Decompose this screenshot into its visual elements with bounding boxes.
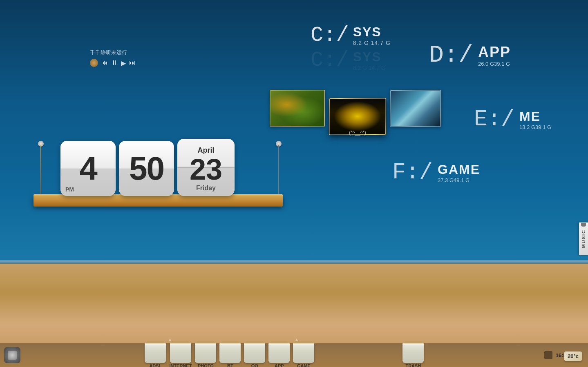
music-next-next-button[interactable]: ⏭ [129,59,136,67]
drive-c-name: SYS [353,24,391,40]
photos-container: (*^__^*) [270,90,441,127]
photo-thumb-1[interactable] [270,90,325,127]
pin-left [37,141,45,198]
photo-label: (*^__^*) [349,130,366,136]
apple-icon [8,351,17,360]
music-album-icon [90,59,98,67]
taskbar: ADSL INTERNET PHOTO BT QQ APP GAME [0,343,588,367]
dock-icon-photo [195,342,216,363]
dock-label-qq: QQ [251,363,258,367]
music-play-button[interactable]: ▶ [121,59,126,67]
wall-background [0,0,588,265]
drive-d-info: APP 26.0 G39.1 G [478,44,511,67]
dock-icon-bt [219,342,241,363]
clock-hour-block: 4 PM [60,141,116,196]
drive-c-icon: C:/ [311,25,349,46]
photo-3-image [391,91,440,126]
dock-item-bt[interactable]: BT [219,342,241,367]
music-title: 千千静听未运行 [90,49,136,56]
dock-item-photo[interactable]: PHOTO [195,342,216,367]
dock-icons: ADSL INTERNET PHOTO BT QQ APP GAME [25,342,544,367]
music-tab-notch [581,223,586,227]
drive-c-container[interactable]: C:/ SYS 8.2 G 14.7 G [311,24,391,46]
clock-period: PM [65,186,74,193]
calendar-day: 23 [190,155,222,184]
dock-icon-trash [402,342,424,363]
photo-thumb-2[interactable] [329,98,386,135]
pin-right [275,141,283,198]
photo-thumb-2-wrapper: (*^__^*) [329,98,386,127]
dock-arrow-right: ▲ [294,337,299,343]
wall-floor-divider [0,260,588,264]
drive-f-name: GAME [438,162,480,177]
music-tab[interactable]: MUSIC [579,222,588,255]
dock-item-internet[interactable]: INTERNET [169,342,192,367]
drive-f-container[interactable]: F:/ GAME 37.3 G49.1 G [392,161,480,184]
music-player: 千千静听未运行 ⏮ ⏸ ▶ ⏭ [90,49,136,67]
dock-label-app: APP [275,363,284,367]
dock-icon-game [293,342,314,363]
dock-item-app[interactable]: APP [268,342,290,367]
dock-label-photo: PHOTO [198,363,214,367]
dock-item-qq[interactable]: QQ [244,342,265,367]
drive-f-info: GAME 37.3 G49.1 G [438,162,480,183]
temperature-value: 20°c [568,353,579,359]
dock-label-game: GAME [297,363,311,367]
dock-item-game[interactable]: GAME [293,342,314,367]
apple-menu-button[interactable] [4,347,20,363]
dock-item-adsl[interactable]: ADSL [145,342,166,367]
drive-d-name: APP [478,44,511,61]
dock-label-adsl: ADSL [149,363,161,367]
dock-label-internet: INTERNET [169,363,192,367]
photo-2-image [330,99,385,134]
photo-1-image [271,91,324,126]
calendar-block: April 23 Friday [177,139,235,196]
drive-c-info: SYS 8.2 G 14.7 G [353,24,391,46]
drive-e-name: ME [519,109,551,124]
music-tab-label: MUSIC [581,229,586,248]
notification-icon[interactable] [544,351,552,359]
photo-thumb-3[interactable] [390,90,441,127]
drive-d-icon: D:/ [429,43,473,67]
clock-hour: 4 [79,152,97,185]
music-pause-button[interactable]: ⏸ [111,59,118,67]
drive-f-space: 37.3 G49.1 G [438,177,480,183]
drive-e-info: ME 13.2 G39.1 G [519,109,551,130]
drive-c-reflection: C:/ SYS 8.2 G 14.7 G [311,48,386,72]
dock-icon-adsl [145,342,166,363]
temperature-display: 20°c [564,351,582,361]
drive-d-space: 26.0 G39.1 G [478,61,511,67]
dock-icon-internet [170,342,191,363]
dock-item-trash[interactable]: TRASH [402,342,424,367]
dock-arrow-left: ▲ [168,337,172,343]
drive-e-space: 13.2 G39.1 G [519,124,551,130]
drive-d-container[interactable]: D:/ APP 26.0 G39.1 G [429,43,511,67]
music-prev-prev-button[interactable]: ⏮ [101,59,108,67]
drive-e-icon: E:/ [474,108,514,131]
calendar-weekday: Friday [196,185,216,192]
drive-e-container[interactable]: E:/ ME 13.2 G39.1 G [474,108,551,131]
clock-minute-block: 50 [119,141,174,196]
music-controls[interactable]: ⏮ ⏸ ▶ ⏭ [90,59,136,67]
dock-icon-app [268,342,290,363]
clock-minute: 50 [129,152,164,185]
dock-icon-qq [244,342,265,363]
dock-label-bt: BT [227,363,233,367]
shelf [34,195,283,207]
drive-c-space: 8.2 G 14.7 G [353,40,391,46]
clock-container: 4 PM 50 April 23 Friday [60,139,235,196]
dock-label-trash: TRASH [405,363,421,367]
calendar-month: April [197,146,214,155]
drive-f-icon: F:/ [392,161,433,184]
